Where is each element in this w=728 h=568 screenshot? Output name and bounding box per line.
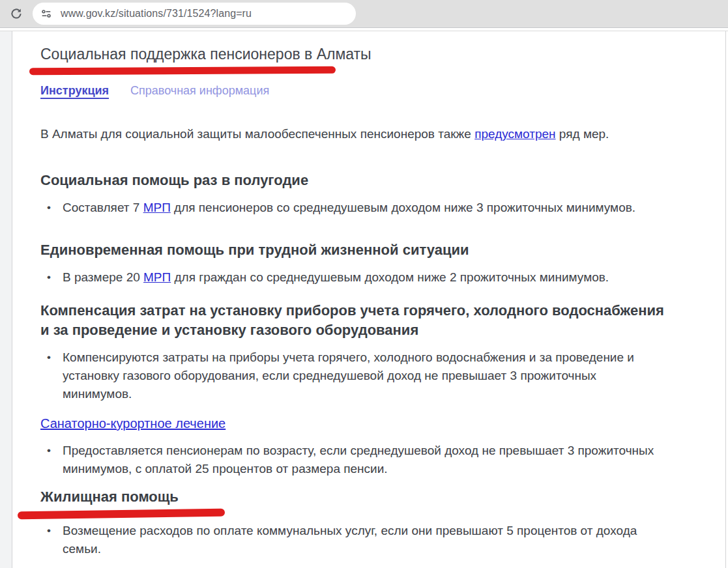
right-rail bbox=[725, 31, 728, 568]
bullet-list: Компенсируются затраты на приборы учета … bbox=[40, 348, 692, 403]
section-heading: Жилищная помощь bbox=[40, 487, 666, 507]
tab-instruction[interactable]: Инструкция bbox=[40, 84, 109, 98]
section-sanatorium-treatment: Санаторно-курортное лечение Предоставляе… bbox=[40, 403, 692, 478]
bullet-item: Возмещение расходов по оплате коммунальн… bbox=[63, 522, 665, 558]
text-segment: Компенсируются затраты на приборы учета … bbox=[63, 350, 634, 401]
text-segment: Возмещение расходов по оплате коммунальн… bbox=[63, 524, 637, 556]
section-heading: Компенсация затрат на установку приборов… bbox=[40, 301, 666, 340]
tab-reference-info[interactable]: Справочная информация bbox=[130, 84, 269, 98]
bullet-list: Предоставляется пенсионерам по возрасту,… bbox=[40, 442, 692, 478]
bullet-list: Возмещение расходов по оплате коммунальн… bbox=[40, 522, 692, 558]
page-frame: Социальная поддержка пенсионеров в Алмат… bbox=[0, 31, 728, 568]
site-info-chip[interactable] bbox=[38, 5, 55, 22]
section-meter-compensation: Компенсация затрат на установку приборов… bbox=[40, 301, 692, 403]
text-segment: для пенсионеров со среднедушевым доходом… bbox=[171, 201, 635, 214]
section-semiannual-aid: Социальная помощь раз в полугодие Состав… bbox=[40, 171, 692, 217]
section-housing-aid: Жилищная помощь Возмещение расходов по о… bbox=[40, 487, 692, 558]
sanatorium-treatment-link[interactable]: Санаторно-курортное лечение bbox=[40, 416, 226, 431]
red-marker-underline bbox=[29, 66, 336, 75]
url-bar[interactable]: www.gov.kz/situations/731/1524?lang=ru bbox=[33, 3, 356, 25]
red-marker-underline bbox=[18, 509, 225, 519]
bullet-list: Составляет 7 МРП для пенсионеров со сред… bbox=[40, 199, 692, 217]
text-segment: Предоставляется пенсионерам по возрасту,… bbox=[63, 444, 654, 476]
reload-button[interactable] bbox=[8, 6, 24, 21]
text-segment: ряд мер. bbox=[556, 127, 609, 141]
reload-icon bbox=[10, 7, 23, 20]
section-heading: Единовременная помощь при трудной жизнен… bbox=[40, 240, 666, 260]
content-area: Социальная поддержка пенсионеров в Алмат… bbox=[12, 31, 725, 568]
bullet-item: Компенсируются затраты на приборы учета … bbox=[63, 348, 665, 403]
inline-link[interactable]: МРП bbox=[143, 270, 171, 284]
tune-icon bbox=[40, 8, 52, 20]
inline-link[interactable]: МРП bbox=[143, 201, 171, 214]
text-segment: Составляет 7 bbox=[63, 201, 143, 214]
page-title: Социальная поддержка пенсионеров в Алмат… bbox=[40, 44, 692, 64]
section-one-time-aid: Единовременная помощь при трудной жизнен… bbox=[40, 240, 692, 287]
text-segment: для граждан со среднедушевым доходом ниж… bbox=[171, 270, 609, 284]
section-heading: Социальная помощь раз в полугодие bbox=[40, 171, 666, 190]
url-text: www.gov.kz/situations/731/1524?lang=ru bbox=[61, 8, 252, 20]
bullet-item: Составляет 7 МРП для пенсионеров со сред… bbox=[63, 199, 665, 217]
intro-paragraph: В Алматы для социальной защиты малообесп… bbox=[40, 125, 692, 143]
browser-toolbar: www.gov.kz/situations/731/1524?lang=ru bbox=[0, 0, 728, 28]
text-segment: В Алматы для социальной защиты малообесп… bbox=[40, 127, 474, 141]
text-segment: В размере 20 bbox=[63, 270, 143, 284]
bullet-item: Предоставляется пенсионерам по возрасту,… bbox=[63, 442, 665, 478]
inline-link[interactable]: предусмотрен bbox=[474, 127, 555, 141]
bullet-list: В размере 20 МРП для граждан со среднеду… bbox=[40, 268, 692, 287]
left-rail bbox=[0, 31, 12, 568]
bullet-item: В размере 20 МРП для граждан со среднеду… bbox=[63, 268, 665, 287]
tab-bar: Инструкция Справочная информация bbox=[40, 84, 692, 98]
